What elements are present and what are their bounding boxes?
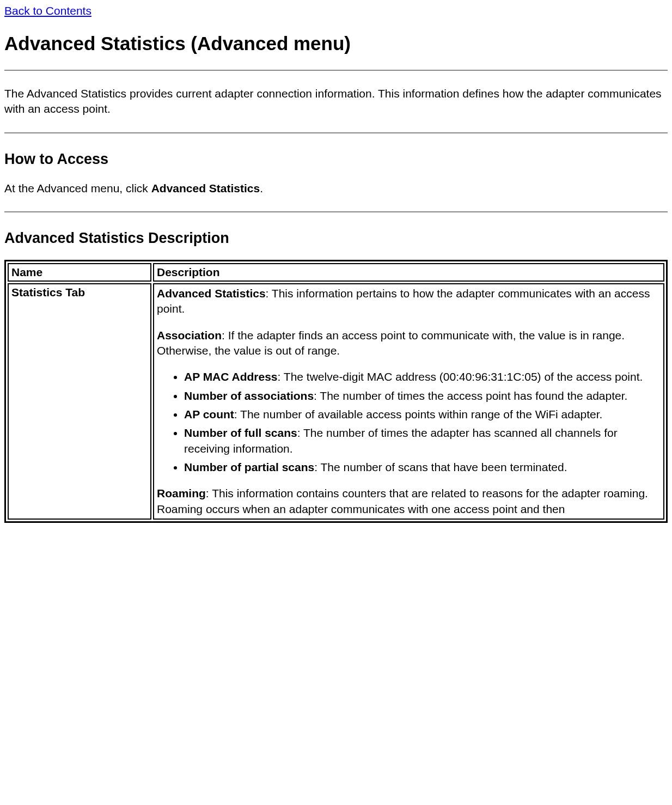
list-item: Number of associations: The number of ti… bbox=[184, 388, 661, 404]
row-name-cell: Statistics Tab bbox=[8, 283, 151, 520]
divider bbox=[4, 211, 668, 212]
table-header-row: Name Description bbox=[8, 263, 664, 282]
bullet-label: Number of full scans bbox=[184, 426, 297, 439]
adv-stats-para: Advanced Statistics: This information pe… bbox=[157, 286, 661, 317]
how-to-access-suffix: . bbox=[260, 182, 263, 194]
list-item: Number of partial scans: The number of s… bbox=[184, 460, 661, 475]
list-item: AP count: The number of available access… bbox=[184, 407, 661, 422]
intro-text: The Advanced Statistics provides current… bbox=[4, 86, 668, 117]
row-description-cell: Advanced Statistics: This information pe… bbox=[153, 283, 664, 520]
association-label: Association bbox=[157, 329, 222, 341]
bullet-label: Number of associations bbox=[184, 389, 314, 402]
list-item: Number of full scans: The number of time… bbox=[184, 425, 661, 456]
bullet-text: : The number of times the access point h… bbox=[314, 389, 627, 402]
bullet-label: Number of partial scans bbox=[184, 461, 314, 473]
bullet-label: AP count bbox=[184, 408, 234, 420]
header-name: Name bbox=[8, 263, 151, 282]
divider bbox=[4, 132, 668, 133]
roaming-label: Roaming bbox=[157, 487, 206, 499]
list-item: AP MAC Address: The twelve-digit MAC add… bbox=[184, 369, 661, 385]
association-bullets: AP MAC Address: The twelve-digit MAC add… bbox=[157, 369, 661, 475]
divider bbox=[4, 70, 668, 71]
bullet-text: : The number of scans that have been ter… bbox=[314, 461, 567, 473]
roaming-para: Roaming: This information contains count… bbox=[157, 486, 661, 517]
bullet-text: : The number of available access points … bbox=[234, 408, 603, 420]
table-row: Statistics Tab Advanced Statistics: This… bbox=[8, 283, 664, 520]
how-to-access-bold: Advanced Statistics bbox=[151, 182, 260, 194]
description-heading: Advanced Statistics Description bbox=[4, 230, 668, 247]
how-to-access-heading: How to Access bbox=[4, 151, 668, 168]
bullet-text: : The twelve-digit MAC address (00:40:96… bbox=[278, 370, 643, 383]
description-table: Name Description Statistics Tab Advanced… bbox=[4, 260, 668, 523]
adv-stats-label: Advanced Statistics bbox=[157, 287, 266, 300]
association-text: : If the adapter finds an access point t… bbox=[157, 329, 625, 357]
header-description: Description bbox=[153, 263, 664, 282]
how-to-access-text: At the Advanced menu, click Advanced Sta… bbox=[4, 181, 668, 196]
how-to-access-prefix: At the Advanced menu, click bbox=[4, 182, 151, 194]
bullet-label: AP MAC Address bbox=[184, 370, 278, 383]
association-para: Association: If the adapter finds an acc… bbox=[157, 328, 661, 359]
back-to-contents-link[interactable]: Back to Contents bbox=[4, 4, 91, 17]
page-title: Advanced Statistics (Advanced menu) bbox=[4, 33, 668, 54]
roaming-text: : This information contains counters tha… bbox=[157, 487, 648, 515]
